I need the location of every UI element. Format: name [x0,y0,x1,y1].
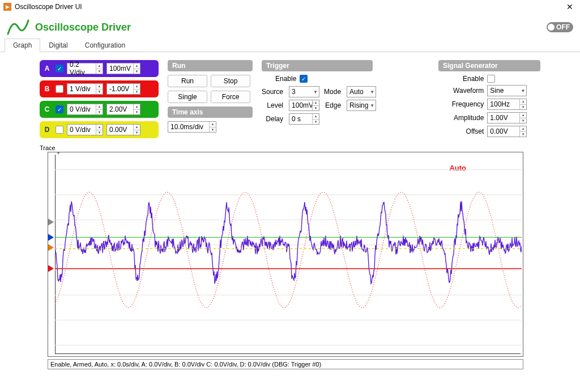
siggen-enable-checkbox[interactable] [487,75,495,83]
tab-config[interactable]: Configuration [76,39,134,52]
trigger-mode-label: Mode [324,88,342,96]
app-title: Oscilloscope Driver [35,22,547,33]
run-button[interactable]: Run [168,75,207,87]
tabstrip: Graph Digital Configuration [0,39,580,52]
channel-c-row: C ✓ 0 V/div▲▼ 2.00V▲▼ [40,101,159,118]
channel-b-row: B 1 V/div▲▼ -1.00V▲▼ [40,80,159,97]
titlebar: ▶ Oscilloscope Driver UI ✕ [0,0,580,14]
channel-c-offset-spinner[interactable]: 2.00V▲▼ [106,104,140,115]
channel-d-label: D [42,126,52,134]
trigger-delay-spinner[interactable]: 0 s▲▼ [289,113,319,125]
status-bar: Enable, Armed, Auto, x: 0.0s/div, A: 0.0… [48,359,523,369]
level-marker[interactable] [48,265,54,272]
timeaxis-spinner[interactable]: 10.0ms/div▲▼ [168,121,216,133]
trigger-edge-select[interactable]: Rising▼ [347,100,376,111]
channel-a-label: A [42,65,52,73]
tab-graph[interactable]: Graph [5,39,40,52]
channel-a-row: A ✓ 0.2 V/div▲▼ 100mV▲▼ [40,60,159,77]
channel-d-enable-checkbox[interactable] [56,126,63,134]
trace-area: Trace Auto [40,144,540,357]
window-title: Oscilloscope Driver UI [15,3,563,11]
channel-list: A ✓ 0.2 V/div▲▼ 100mV▲▼ B 1 V/div▲▼ -1.0… [40,60,159,138]
channel-b-vdiv-spinner[interactable]: 1 V/div▲▼ [67,83,103,95]
run-panel: Run Run Stop Single Force [168,60,253,103]
siggen-offset-spinner[interactable]: 0.00V▲▼ [487,126,527,137]
channel-c-vdiv-spinner[interactable]: 0 V/div▲▼ [67,104,103,115]
run-header: Run [168,60,253,71]
channel-a-offset-spinner[interactable]: 100mV▲▼ [106,63,140,74]
siggen-enable-label: Enable [438,75,484,83]
timeaxis-header: Time axis [168,106,253,118]
stop-button[interactable]: Stop [211,75,250,87]
trace-label: Trace [40,144,56,151]
close-icon[interactable]: ✕ [563,2,577,11]
trigger-edge-label: Edge [324,101,342,109]
trigger-level-label: Level [262,101,284,109]
trigger-mode-select[interactable]: Auto▼ [347,86,376,97]
siggen-header: Signal Generator [438,60,540,71]
siggen-amp-spinner[interactable]: 1.00V▲▼ [487,112,527,123]
trigger-source-select[interactable]: 3▼ [289,86,319,97]
spin-up-icon: ▲ [96,63,103,69]
power-toggle[interactable]: OFF [547,22,573,32]
siggen-offset-label: Offset [438,127,484,135]
siggen-waveform-select[interactable]: Sine▼ [487,85,527,96]
channel-d-row: D 0 V/div▲▼ 0.00V▲▼ [40,121,159,138]
header: Oscilloscope Driver OFF [0,14,580,39]
spin-down-icon: ▼ [96,69,103,74]
app-window: ▶ Oscilloscope Driver UI ✕ Oscilloscope … [0,0,580,392]
channel-c-label: C [42,105,52,113]
timeaxis-panel: Time axis 10.0ms/div▲▼ [168,106,253,133]
trigger-source-label: Source [262,88,284,96]
app-icon: ▶ [3,3,11,11]
chevron-down-icon: ▼ [313,87,318,97]
channel-b-offset-spinner[interactable]: -1.00V▲▼ [106,83,140,95]
trigger-delay-label: Delay [262,115,284,123]
tab-digital[interactable]: Digital [40,39,76,52]
channel-b-label: B [42,85,52,93]
level-marker[interactable] [48,219,54,225]
trigger-level-spinner[interactable]: 100mV▲▼ [289,100,319,111]
channel-a-vdiv-spinner[interactable]: 0.2 V/div▲▼ [67,63,103,74]
channel-d-vdiv-spinner[interactable]: 0 V/div▲▼ [67,124,103,135]
channel-a-enable-checkbox[interactable]: ✓ [56,65,63,73]
channel-b-enable-checkbox[interactable] [56,85,63,93]
toggle-label: OFF [556,23,570,31]
trigger-enable-label: Enable [275,75,297,83]
level-marker[interactable] [48,234,54,241]
siggen-freq-label: Frequency [438,100,484,108]
level-marker[interactable] [48,244,54,251]
trigger-panel: Trigger Enable ✓ Source 3▼ Mode Auto▼ Le… [262,60,376,125]
siggen-amp-label: Amplitude [438,114,484,122]
trace-plot[interactable]: Auto [48,152,523,357]
toggle-knob [548,24,555,31]
channel-c-enable-checkbox[interactable]: ✓ [56,105,63,113]
channel-d-offset-spinner[interactable]: 0.00V▲▼ [106,124,140,135]
single-button[interactable]: Single [168,91,207,103]
siggen-freq-spinner[interactable]: 100Hz▲▼ [487,99,527,110]
force-button[interactable]: Force [211,91,250,103]
siggen-panel: Signal Generator Enable Waveform Sine▼ F… [438,60,540,137]
siggen-waveform-label: Waveform [438,87,484,95]
logo-icon [7,18,29,36]
trigger-enable-checkbox[interactable]: ✓ [300,75,308,83]
controls-row: A ✓ 0.2 V/div▲▼ 100mV▲▼ B 1 V/div▲▼ -1.0… [0,52,580,142]
waveform-canvas [55,155,522,355]
run-time-column: Run Run Stop Single Force Time axis 10.0… [168,60,253,133]
trigger-header: Trigger [262,60,373,71]
